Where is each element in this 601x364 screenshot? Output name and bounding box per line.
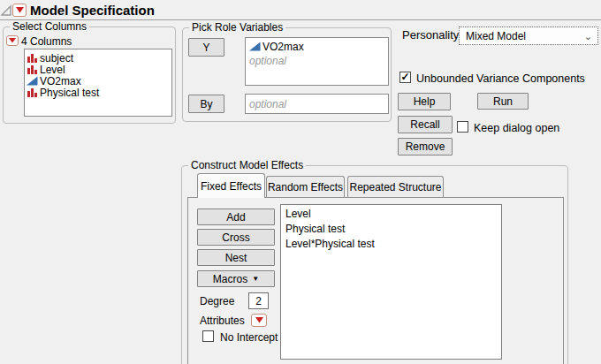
no-intercept-checkbox[interactable] (202, 330, 214, 342)
chevron-down-icon: ⌄ (584, 32, 597, 41)
pick-role-variables-label: Pick Role Variables (189, 21, 285, 34)
degree-label: Degree (200, 295, 234, 307)
column-name: subject (40, 52, 73, 64)
title-bar: Model Specification (0, 0, 601, 20)
run-button[interactable]: Run (477, 93, 529, 110)
y-assigned-variable[interactable]: VO2max (249, 41, 384, 52)
macros-dropdown-button[interactable]: Macros ▼ (197, 270, 275, 287)
no-intercept-label: No Intercept (220, 331, 278, 344)
by-optional-placeholder: optional (249, 98, 384, 110)
list-item[interactable]: VO2max (25, 75, 171, 87)
list-item[interactable]: Physical test (25, 87, 171, 98)
list-item[interactable]: Level (25, 64, 171, 75)
effect-item[interactable]: Level (285, 207, 497, 222)
columns-red-triangle-menu-button[interactable] (6, 35, 19, 46)
red-triangle-icon (255, 317, 263, 323)
nominal-column-icon (27, 53, 38, 63)
disclosure-open-icon[interactable] (1, 4, 11, 16)
degree-value: 2 (255, 295, 262, 307)
continuous-column-icon (27, 76, 38, 86)
continuous-column-icon (249, 42, 261, 51)
help-button[interactable]: Help (398, 93, 451, 110)
effect-item[interactable]: Level*Physical test (285, 237, 497, 252)
nominal-column-icon (27, 87, 38, 97)
personality-label: Personality: (402, 28, 462, 42)
tab-repeated-structure[interactable]: Repeated Structure (347, 176, 444, 197)
attributes-label: Attributes (200, 315, 245, 327)
red-triangle-icon (16, 7, 24, 13)
y-optional-placeholder: optional (249, 55, 384, 67)
personality-selected-value: Mixed Model (460, 30, 584, 42)
personality-select[interactable]: Mixed Model ⌄ (459, 27, 598, 45)
unbounded-variance-checkbox[interactable]: ✓ (399, 72, 411, 83)
nest-button[interactable]: Nest (197, 249, 275, 266)
degree-input[interactable]: 2 (248, 292, 269, 309)
y-role-button[interactable]: Y (188, 38, 224, 57)
page-title: Model Specification (30, 3, 155, 18)
columns-count-label: 4 Columns (21, 35, 72, 48)
tab-random-effects[interactable]: Random Effects (266, 176, 345, 197)
columns-listbox[interactable]: subject Level VO2max Physical test (24, 49, 172, 117)
unbounded-variance-label: Unbounded Variance Components (416, 72, 585, 85)
dropdown-arrow-icon: ▼ (252, 275, 259, 283)
model-effects-listbox[interactable]: Level Physical test Level*Physical test (280, 204, 502, 360)
red-triangle-icon (9, 38, 16, 43)
column-name: Level (40, 64, 65, 76)
effect-item[interactable]: Physical test (285, 222, 497, 237)
add-button[interactable]: Add (197, 209, 275, 225)
construct-model-effects-label: Construct Model Effects (188, 159, 306, 172)
keep-dialog-open-checkbox[interactable] (457, 121, 468, 133)
recall-button[interactable]: Recall (398, 116, 453, 133)
cross-button[interactable]: Cross (197, 229, 275, 246)
by-role-button[interactable]: By (188, 95, 224, 113)
macros-button-label: Macros (213, 273, 247, 285)
y-role-dropbox[interactable]: VO2max optional (245, 37, 389, 86)
select-columns-label: Select Columns (10, 20, 89, 34)
keep-dialog-open-label: Keep dialog open (474, 122, 559, 134)
attributes-red-triangle-menu-button[interactable] (251, 314, 267, 327)
nominal-column-icon (27, 64, 38, 74)
column-name: VO2max (40, 75, 81, 87)
red-triangle-menu-button[interactable] (12, 4, 27, 17)
by-role-dropbox[interactable]: optional (245, 94, 389, 114)
column-name: Physical test (40, 87, 99, 99)
model-specification-dialog: Model Specification Select Columns 4 Col… (0, 0, 601, 364)
checkmark-icon: ✓ (400, 71, 409, 83)
list-item[interactable]: subject (25, 52, 171, 64)
remove-button[interactable]: Remove (398, 138, 453, 155)
tab-fixed-effects[interactable]: Fixed Effects (197, 173, 265, 198)
variable-name: VO2max (262, 41, 304, 53)
